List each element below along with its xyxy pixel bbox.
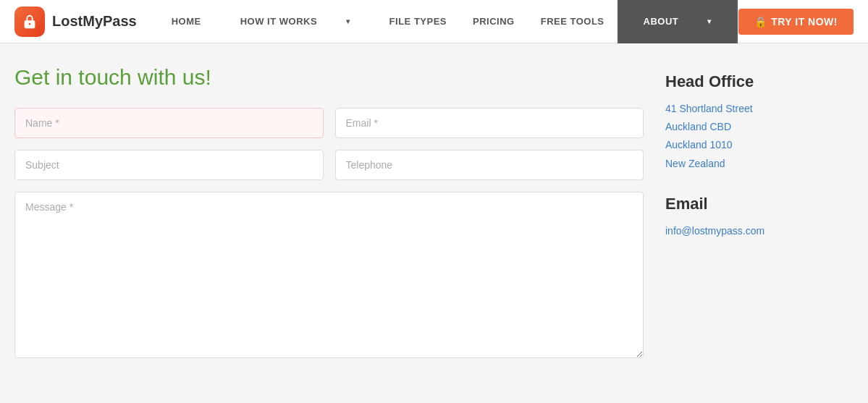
brand-icon <box>14 7 45 37</box>
nav-item-file-types[interactable]: FILE TYPES <box>376 0 460 43</box>
name-field-group <box>14 108 324 138</box>
head-office-section: Head Office 41 Shortland Street Auckland… <box>665 72 854 173</box>
lock-cta-icon: 🔒 <box>754 16 767 27</box>
nav-item-free-tools[interactable]: FREE TOOLS <box>528 0 618 43</box>
nav-item-how-it-works[interactable]: HOW IT WORKS ▾ <box>214 0 376 43</box>
message-textarea[interactable] <box>14 192 644 358</box>
lock-icon <box>22 14 38 30</box>
address-line4: New Zealand <box>665 155 854 173</box>
head-office-heading: Head Office <box>665 72 854 91</box>
subject-field-group <box>14 150 324 180</box>
contact-section: Get in touch with us! <box>14 65 644 373</box>
navbar-cta: 🔒 TRY IT NOW! <box>738 9 854 35</box>
email-input[interactable] <box>335 108 644 138</box>
address-line1: 41 Shortland Street <box>665 100 854 118</box>
form-row-message <box>14 192 644 361</box>
head-office-address: 41 Shortland Street Auckland CBD Aucklan… <box>665 100 854 173</box>
sidebar: Head Office 41 Shortland Street Auckland… <box>665 65 854 373</box>
page-title: Get in touch with us! <box>14 65 644 90</box>
nav-item-pricing[interactable]: PRICING <box>460 0 528 43</box>
nav-menu: HOME HOW IT WORKS ▾ FILE TYPES PRICING F… <box>159 0 738 43</box>
form-row-name-email <box>14 108 644 138</box>
telephone-field-group <box>335 150 644 180</box>
email-field-group <box>335 108 644 138</box>
brand-name: LostMyPass <box>52 13 137 30</box>
message-field-group <box>14 192 644 361</box>
address-line2: Auckland CBD <box>665 118 854 136</box>
main-content: Get in touch with us! Head Offi <box>0 43 868 402</box>
form-row-subject-telephone <box>14 150 644 180</box>
brand-logo[interactable]: LostMyPass <box>14 7 137 37</box>
address-line3: Auckland 1010 <box>665 136 854 154</box>
name-input[interactable] <box>14 108 324 138</box>
nav-item-home[interactable]: HOME <box>159 0 214 43</box>
subject-input[interactable] <box>14 150 324 180</box>
navbar: LostMyPass HOME HOW IT WORKS ▾ FILE TYPE… <box>0 0 868 43</box>
chevron-down-icon: ▾ <box>333 0 363 43</box>
email-link[interactable]: info@lostmypass.com <box>665 225 764 237</box>
chevron-down-icon-about: ▾ <box>694 0 725 43</box>
email-section: Email info@lostmypass.com <box>665 195 854 240</box>
telephone-input[interactable] <box>335 150 644 180</box>
email-heading: Email <box>665 195 854 213</box>
nav-item-about[interactable]: ABOUT ▾ <box>618 0 738 43</box>
try-it-now-button[interactable]: 🔒 TRY IT NOW! <box>738 9 854 35</box>
email-address: info@lostmypass.com <box>665 222 854 240</box>
